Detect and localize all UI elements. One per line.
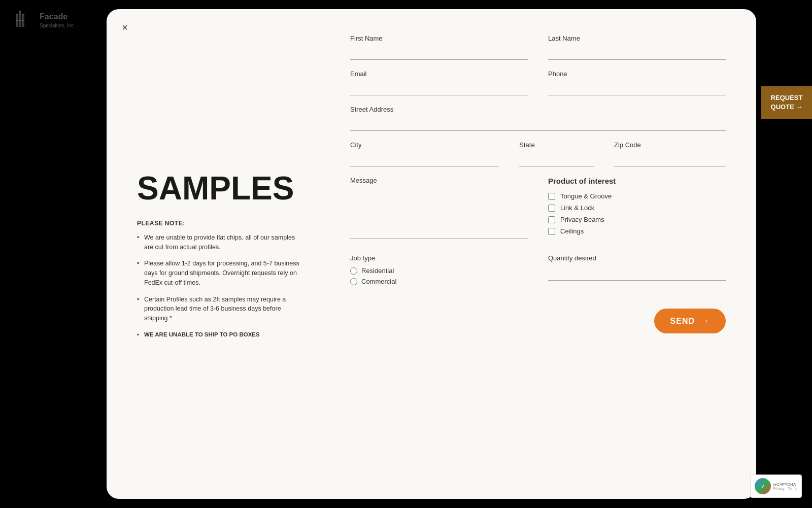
commercial-label: Commercial	[361, 278, 396, 285]
tongue-groove-checkbox[interactable]	[548, 193, 555, 200]
privacy-beams-label: Privacy Beams	[560, 216, 604, 223]
recaptcha-top-text: reCAPTCHA	[773, 482, 797, 487]
recaptcha-text: reCAPTCHA Privacy - Terms	[773, 482, 797, 490]
phone-group: Phone	[548, 70, 726, 95]
note-item-uppercase: WE ARE UNABLE TO SHIP TO PO BOXES	[137, 330, 299, 339]
request-quote-button[interactable]: REQUEST QUOTE →	[761, 86, 812, 119]
recaptcha-bottom-text: Privacy - Terms	[773, 487, 797, 490]
quantity-input[interactable]	[548, 267, 726, 281]
quantity-label: Quantity desired	[548, 254, 726, 262]
message-product-row: Message Product of interest Tongue & Gro…	[350, 177, 726, 239]
ceilings-checkbox[interactable]	[548, 228, 555, 235]
product-privacy-beams[interactable]: Privacy Beams	[548, 216, 726, 223]
email-group: Email	[350, 70, 528, 95]
first-name-label: First Name	[350, 35, 528, 42]
product-of-interest-group: Product of interest Tongue & Groove Link…	[548, 177, 726, 239]
send-arrow-icon: →	[700, 316, 709, 326]
street-address-input[interactable]	[350, 117, 726, 131]
form-grid: First Name Last Name Email Phone Street …	[350, 35, 726, 333]
street-address-group: Street Address	[350, 106, 726, 131]
note-item: Certain Profiles such as 2ft samples may…	[137, 295, 299, 323]
job-type-group: Job type Residential Commercial	[350, 254, 528, 288]
email-label: Email	[350, 70, 528, 78]
background-logo: Facade Specialties, Inc	[15, 10, 74, 30]
close-button[interactable]: ×	[117, 19, 133, 36]
samples-modal: × SAMPLES PLEASE NOTE: We are unable to …	[107, 9, 756, 499]
notes-list: We are unable to provide flat chips, all…	[137, 233, 299, 346]
recaptcha-badge: ✓ reCAPTCHA Privacy - Terms	[750, 475, 802, 498]
state-group: State	[519, 141, 594, 166]
product-tongue-groove[interactable]: Tongue & Groove	[548, 192, 726, 200]
link-lock-checkbox[interactable]	[548, 205, 555, 212]
commercial-radio[interactable]	[350, 278, 357, 285]
note-item: Please allow 1-2 days for processing, an…	[137, 259, 299, 287]
first-name-group: First Name	[350, 35, 528, 60]
city-label: City	[350, 141, 499, 149]
recaptcha-logo-icon: ✓	[755, 478, 771, 494]
note-item: We are unable to provide flat chips, all…	[137, 233, 299, 252]
send-label: SEND	[670, 317, 695, 326]
first-name-input[interactable]	[350, 46, 528, 60]
ceilings-label: Ceilings	[560, 227, 584, 235]
email-input[interactable]	[350, 82, 528, 95]
job-qty-row: Job type Residential Commercial Quantity…	[350, 254, 726, 288]
last-name-group: Last Name	[548, 35, 726, 60]
zip-label: Zip Code	[614, 141, 726, 149]
close-icon: ×	[122, 22, 128, 33]
product-of-interest-title: Product of interest	[548, 177, 726, 185]
job-type-label: Job type	[350, 254, 528, 262]
last-name-label: Last Name	[548, 35, 726, 42]
street-address-label: Street Address	[350, 106, 726, 113]
please-note-label: PLEASE NOTE:	[137, 220, 299, 227]
residential-label: Residential	[361, 267, 394, 275]
product-ceilings[interactable]: Ceilings	[548, 227, 726, 235]
message-group: Message	[350, 177, 528, 239]
zip-group: Zip Code	[614, 141, 726, 166]
left-panel: SAMPLES PLEASE NOTE: We are unable to pr…	[107, 9, 320, 499]
message-label: Message	[350, 177, 528, 184]
facade-logo-icon	[15, 10, 36, 30]
city-group: City	[350, 141, 499, 166]
state-label: State	[519, 141, 594, 149]
send-row: SEND →	[350, 309, 726, 333]
message-input[interactable]	[350, 188, 528, 239]
form-panel: First Name Last Name Email Phone Street …	[320, 9, 756, 499]
svg-rect-1	[19, 11, 21, 26]
residential-radio[interactable]	[350, 267, 357, 275]
state-input[interactable]	[519, 153, 594, 166]
tongue-groove-label: Tongue & Groove	[560, 192, 612, 200]
phone-input[interactable]	[548, 82, 726, 95]
zip-input[interactable]	[614, 153, 726, 166]
samples-title: SAMPLES	[137, 172, 299, 205]
link-lock-label: Link & Lock	[560, 204, 594, 212]
quantity-group: Quantity desired	[548, 254, 726, 288]
send-button[interactable]: SEND →	[654, 309, 726, 333]
city-input[interactable]	[350, 153, 499, 166]
city-state-zip-row: City State Zip Code	[350, 141, 726, 166]
phone-label: Phone	[548, 70, 726, 78]
job-type-commercial[interactable]: Commercial	[350, 278, 528, 285]
last-name-input[interactable]	[548, 46, 726, 60]
product-link-lock[interactable]: Link & Lock	[548, 204, 726, 212]
job-type-residential[interactable]: Residential	[350, 267, 528, 275]
privacy-beams-checkbox[interactable]	[548, 216, 555, 223]
facade-logo-text: Facade Specialties, Inc	[40, 12, 74, 29]
